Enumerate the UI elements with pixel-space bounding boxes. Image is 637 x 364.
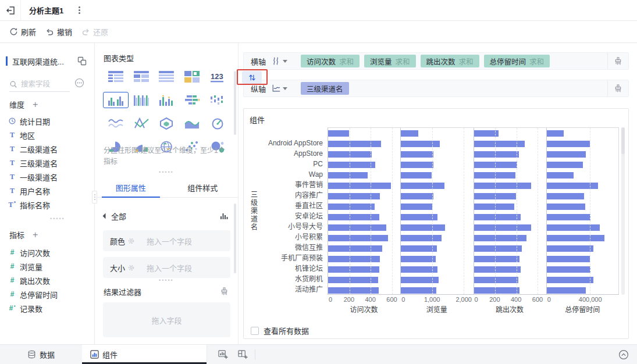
- gear-icon[interactable]: [127, 264, 135, 272]
- dimension-field-5[interactable]: T用户名称: [5, 184, 94, 198]
- redo-button[interactable]: 还原: [81, 26, 108, 37]
- dimension-field-0[interactable]: 统计日期: [5, 114, 94, 128]
- checkbox-icon[interactable]: [251, 327, 259, 335]
- chart-type-detail-table[interactable]: [154, 69, 180, 85]
- show-all-data-toggle[interactable]: 查看所有数据: [251, 325, 309, 336]
- tab-graph-attributes[interactable]: 图形属性: [95, 178, 167, 197]
- chart-type-multi-column[interactable]: [129, 92, 154, 108]
- dataset-selector[interactable]: 互联网渠道统...: [0, 52, 95, 70]
- sidebar-drag-handle[interactable]: •••••: [50, 217, 65, 220]
- filter-brush-icon[interactable]: [220, 287, 229, 296]
- bar-row: [474, 180, 546, 191]
- result-filter-dropzone[interactable]: 拖入字段: [103, 302, 230, 337]
- chart-type-group-table[interactable]: [103, 69, 129, 85]
- metric-field-3[interactable]: #总停留时间: [5, 287, 94, 301]
- panel-resize-handle[interactable]: [92, 191, 97, 204]
- clear-vertical-axis-button[interactable]: [607, 80, 628, 97]
- dimension-field-2[interactable]: T二级渠道名: [5, 142, 94, 156]
- bar: [401, 224, 445, 231]
- size-drop-field[interactable]: 大小 拖入一个字段: [103, 257, 230, 278]
- section-all[interactable]: 全部: [104, 210, 229, 222]
- cross-table-icon: [134, 71, 149, 83]
- bar-row: [328, 201, 400, 212]
- bar: [401, 151, 433, 158]
- search-input[interactable]: [21, 80, 64, 88]
- bar-row: [474, 159, 546, 170]
- more-circle-icon[interactable]: [74, 78, 84, 88]
- vertical-axis-row: 纵轴 三级渠道名: [243, 80, 629, 97]
- back-button[interactable]: [0, 0, 21, 21]
- color-drop-field[interactable]: 颜色 拖入一个字段: [103, 230, 230, 251]
- clear-horizontal-axis-button[interactable]: [607, 53, 628, 69]
- page-title: 分析主题1: [29, 5, 63, 16]
- panel-scrollbar[interactable]: [234, 204, 236, 273]
- chart-type-area-chart[interactable]: [179, 115, 205, 131]
- chart-type-column-line[interactable]: [154, 92, 180, 108]
- panel-浏览量: 01,0002,000浏览量: [400, 127, 473, 314]
- add-component-button[interactable]: [213, 345, 233, 364]
- chart-type-range-dot[interactable]: [205, 92, 230, 108]
- horizontal-field-pill-0[interactable]: 访问次数求和: [301, 55, 360, 67]
- dimension-field-3[interactable]: T三级渠道名: [5, 156, 94, 170]
- add-metric-button[interactable]: +: [33, 230, 38, 240]
- chart-scrollbar[interactable]: [619, 127, 625, 314]
- panel-scrollbar[interactable]: [234, 71, 236, 135]
- refresh-button[interactable]: 刷新: [9, 26, 36, 37]
- undo-button[interactable]: 撤销: [45, 26, 72, 37]
- chart-type-stacked-bar[interactable]: [179, 92, 205, 108]
- chart-type-partition-column[interactable]: [103, 92, 129, 108]
- metric-field-0[interactable]: #访问次数: [5, 245, 94, 259]
- bar: [401, 172, 431, 179]
- dataset-switch-icon[interactable]: [77, 56, 87, 66]
- metric-field-1[interactable]: #浏览量: [5, 259, 94, 273]
- bar-row: [547, 285, 618, 295]
- chart-type-kpi-card[interactable]: 123: [205, 69, 230, 85]
- gear-icon[interactable]: [127, 237, 135, 245]
- horizontal-field-pill-2[interactable]: 跳出次数求和: [421, 55, 479, 67]
- number-field-icon: #: [5, 290, 20, 298]
- add-dimension-button[interactable]: +: [33, 100, 38, 109]
- metric-field-2[interactable]: #跳出次数: [5, 273, 94, 287]
- horizontal-axis-type-selector[interactable]: [272, 56, 294, 66]
- bar-row: [474, 222, 546, 233]
- chart-type-cross-table[interactable]: [129, 69, 154, 85]
- add-dashboard-button[interactable]: [233, 345, 252, 364]
- chart-type-gauge[interactable]: [205, 115, 230, 131]
- vertical-axis-type-selector[interactable]: [272, 84, 294, 93]
- scrollbar-track[interactable]: [621, 127, 625, 295]
- mini-bars-icon[interactable]: [220, 212, 229, 220]
- tab-component-style[interactable]: 组件样式: [167, 178, 239, 197]
- horizontal-field-pill-1[interactable]: 浏览量求和: [364, 55, 416, 67]
- bar-row: [401, 159, 473, 170]
- bar: [328, 130, 349, 137]
- chart-type-line-chart[interactable]: [103, 115, 129, 131]
- tab-data[interactable]: 数据: [0, 345, 82, 364]
- number-field-icon: #: [5, 262, 20, 270]
- bar-row: [328, 128, 400, 138]
- chart-type-hexagon[interactable]: [154, 115, 180, 131]
- bar: [328, 141, 381, 147]
- attrs-drag-handle[interactable]: •••••: [159, 279, 174, 281]
- horizontal-field-pill-3[interactable]: 总停留时间求和: [484, 55, 550, 67]
- text-field-icon: T: [5, 131, 20, 140]
- grid-drag-handle[interactable]: •••••: [159, 171, 174, 173]
- bar-row: [474, 191, 546, 201]
- dimension-field-6[interactable]: T*指标名称: [5, 198, 94, 212]
- category-label: 安卓论坛: [259, 211, 328, 222]
- group-table-icon: [108, 71, 123, 83]
- vertical-field-pill-0[interactable]: 三级渠道名: [301, 82, 349, 95]
- metric-field-4[interactable]: #*记录数: [5, 301, 94, 315]
- bar-row: [401, 149, 473, 159]
- chart-type-radar[interactable]: [129, 115, 154, 131]
- kebab-menu-icon[interactable]: [79, 6, 80, 14]
- collapse-panel-button[interactable]: [618, 349, 629, 360]
- dimension-field-1[interactable]: T地区: [5, 128, 94, 142]
- dimension-field-4[interactable]: T一级渠道名: [5, 170, 94, 184]
- swap-axes-button[interactable]: [242, 71, 262, 84]
- scrollbar-thumb[interactable]: [621, 127, 625, 154]
- field-search[interactable]: [9, 77, 70, 92]
- tab-component[interactable]: 组件: [82, 345, 207, 364]
- category-label: [259, 127, 328, 138]
- chart-type-color-block[interactable]: [179, 69, 205, 85]
- search-icon: [9, 80, 17, 88]
